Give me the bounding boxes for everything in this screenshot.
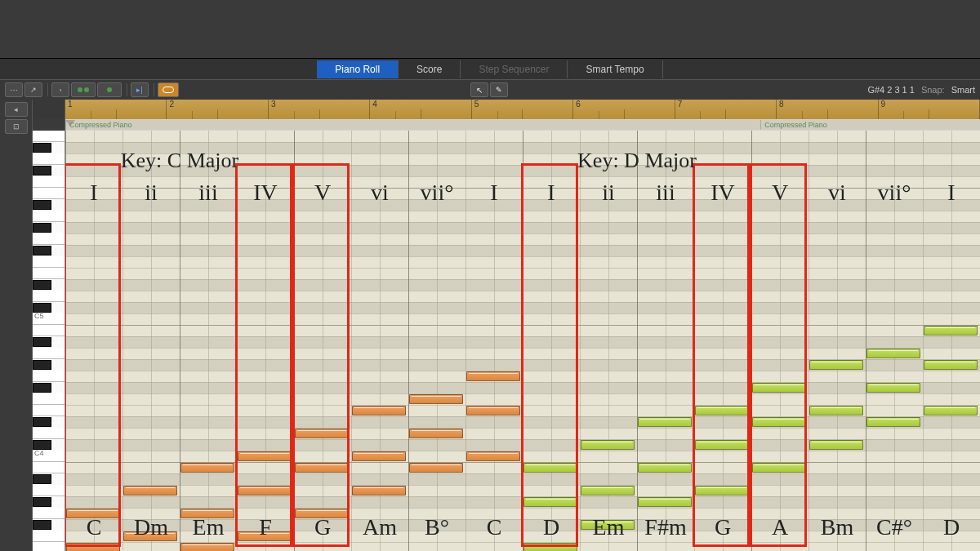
region-lane[interactable]: Compressed Piano Compressed Piano [65,119,980,131]
note-grid[interactable]: Key: C MajorKey: D MajorIiiiiiIVVvivii°I… [65,131,980,551]
midi-note[interactable] [695,406,749,415]
midi-note[interactable] [180,543,234,551]
piano-white-key[interactable] [33,325,65,336]
midi-note[interactable] [352,486,406,495]
midi-note[interactable] [409,394,463,404]
midi-activity-button[interactable] [71,82,96,97]
pointer-tool[interactable]: ↖ [470,82,488,97]
piano-white-key[interactable] [33,268,65,279]
midi-note[interactable] [924,326,978,335]
tab-score[interactable]: Score [399,60,461,78]
midi-note[interactable] [352,451,406,461]
midi-note[interactable] [809,360,863,370]
midi-note[interactable] [523,497,577,507]
midi-note[interactable] [638,497,692,507]
midi-note[interactable] [752,383,806,393]
piano-black-key[interactable] [33,166,51,176]
piano-black-key[interactable] [33,520,51,530]
piano-white-key[interactable] [33,371,65,382]
piano-white-key[interactable] [33,176,65,188]
link-button[interactable] [158,82,179,97]
piano-white-key[interactable] [33,211,65,222]
piano-black-key[interactable] [33,337,51,347]
piano-white-key[interactable] [33,153,65,165]
midi-note[interactable] [66,509,120,518]
ruler-bar[interactable]: 9 [879,100,980,119]
midi-note[interactable] [295,429,349,438]
midi-note[interactable] [752,463,806,473]
midi-note[interactable] [238,486,292,495]
piano-white-key[interactable] [33,542,65,551]
piano-white-key[interactable] [33,256,65,268]
midi-note[interactable] [238,531,292,541]
midi-note[interactable] [123,486,177,495]
snap-value[interactable]: Smart [951,85,975,95]
piano-black-key[interactable] [33,246,51,256]
midi-note[interactable] [809,440,863,450]
midi-note[interactable] [809,406,863,415]
piano-black-key[interactable] [33,383,51,393]
piano-black-key[interactable] [33,200,51,210]
piano-black-key[interactable] [33,223,51,233]
piano-white-key[interactable] [33,393,65,405]
midi-note[interactable] [180,509,234,518]
midi-note[interactable] [866,417,920,427]
piano-black-key[interactable] [33,360,51,370]
tab-piano-roll[interactable]: Piano Roll [317,60,399,78]
midi-note[interactable] [752,417,806,427]
ruler-bar[interactable]: 8 [777,100,878,119]
midi-region-1[interactable]: Compressed Piano [65,120,760,130]
ruler-bar[interactable]: 2 [167,100,268,119]
midi-note[interactable] [409,429,463,438]
catch-button[interactable]: ▸| [131,82,149,97]
piano-white-key[interactable] [33,233,65,245]
midi-note[interactable] [581,520,635,530]
midi-note[interactable] [180,463,234,473]
midi-note[interactable] [295,509,349,518]
pencil-tool[interactable]: ✎ [490,82,508,97]
midi-note[interactable] [466,371,520,381]
midi-note[interactable] [409,463,463,473]
midi-note[interactable] [523,543,577,551]
piano-white-key[interactable] [33,131,65,142]
ruler-bar[interactable]: 7 [675,100,777,119]
info-button[interactable]: ⊡ [5,119,28,134]
midi-out-button[interactable] [97,82,122,97]
piano-black-key[interactable] [33,143,51,153]
midi-note[interactable] [238,451,292,461]
ruler-bar[interactable]: 3 [269,100,370,119]
expand-button[interactable]: ↗ [24,82,42,97]
midi-in-button[interactable]: › [51,82,69,97]
ruler-bar[interactable]: 1 [65,100,167,119]
piano-white-key[interactable] [33,348,65,359]
midi-note[interactable] [581,486,635,495]
piano-black-key[interactable] [33,497,51,507]
midi-note[interactable] [295,463,349,473]
piano-white-key[interactable] [33,531,65,542]
piano-black-key[interactable] [33,417,51,427]
piano-white-key[interactable] [33,405,65,416]
midi-note[interactable] [638,463,692,473]
piano-white-key[interactable] [33,291,65,302]
view-menu-button[interactable]: ⋯ [5,82,23,97]
midi-note[interactable] [466,406,520,415]
piano-black-key[interactable] [33,474,51,484]
piano-white-key[interactable] [33,462,65,473]
collapse-button[interactable]: ◂ [5,102,28,117]
piano-white-key[interactable] [33,485,65,496]
midi-note[interactable] [352,406,406,415]
timeline-ruler[interactable]: 123456789 [65,100,980,119]
midi-note[interactable] [695,440,749,450]
ruler-bar[interactable]: 5 [472,100,573,119]
midi-note[interactable] [581,440,635,450]
ruler-bar[interactable]: 6 [573,100,675,119]
midi-region-2[interactable]: Compressed Piano [760,120,980,130]
piano-white-key[interactable] [33,188,65,199]
piano-keyboard[interactable]: C3C4C5 [33,131,65,551]
midi-note[interactable] [866,383,920,393]
midi-note[interactable] [638,417,692,427]
midi-note[interactable] [866,349,920,358]
midi-note[interactable] [66,543,120,551]
tab-smart-tempo[interactable]: Smart Tempo [568,60,662,78]
piano-black-key[interactable] [33,280,51,290]
